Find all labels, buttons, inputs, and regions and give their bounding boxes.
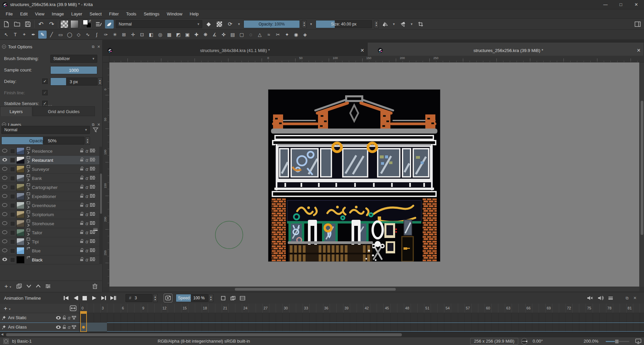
layer-visibility-icon[interactable] [2, 176, 7, 181]
brush-smoothing-dropdown[interactable]: Stabilizer ▼ [50, 55, 97, 63]
polygon-select-tool-icon[interactable]: △ [256, 31, 264, 39]
freehand-brush-tool-icon[interactable]: ✎ [38, 31, 47, 39]
frame-label[interactable]: 51 [425, 306, 429, 310]
layer-thumbnail[interactable] [16, 247, 24, 254]
layer-name[interactable]: Storehouse [32, 221, 54, 226]
layer-row-cartographer[interactable]: Cartographerα [0, 183, 99, 192]
frame-label[interactable]: 72 [567, 306, 571, 310]
eraser-mode-button[interactable] [204, 20, 213, 29]
layer-select-checkbox[interactable] [10, 158, 15, 163]
chevron-down-icon[interactable]: ▼ [236, 22, 241, 26]
zoom-slider[interactable] [606, 341, 629, 342]
layer-thumbnail[interactable] [16, 147, 24, 155]
frame-label[interactable]: 69 [547, 306, 551, 310]
visibility-icon[interactable] [56, 325, 61, 329]
sample-count-slider[interactable]: 1000 [50, 66, 97, 74]
layer-group-badge-icon[interactable] [26, 192, 31, 201]
menu-filter[interactable]: Filter [105, 10, 122, 18]
frame-label[interactable]: 57 [466, 306, 470, 310]
inherit-alpha-icon[interactable] [90, 176, 95, 181]
speed-spinner[interactable]: ▲▼ [209, 294, 213, 302]
close-docker-icon[interactable]: ✕ [633, 296, 637, 300]
opacity-slider[interactable]: Opacity: 100% [244, 20, 300, 28]
undo-button[interactable]: ↶ [37, 20, 45, 29]
frame-label[interactable]: 0 [82, 306, 84, 310]
inherit-alpha-icon[interactable] [90, 194, 95, 199]
layer-select-checkbox[interactable] [10, 185, 15, 190]
close-docker-icon[interactable]: ✕ [97, 122, 100, 127]
brush-preset-thumbnail-icon[interactable] [3, 339, 9, 344]
text-tool-icon[interactable]: T [11, 31, 19, 39]
layer-select-checkbox[interactable] [10, 194, 15, 199]
menu-view[interactable]: View [31, 10, 48, 18]
image-size-badge[interactable]: 256 x 256 (39.9 MiB) [470, 338, 518, 345]
layer-opacity-spinner[interactable]: ▲▼ [85, 137, 90, 145]
float-docker-icon[interactable]: ⧉ [626, 296, 629, 300]
vertical-mirror-button[interactable] [398, 20, 407, 29]
finish-line-checkbox[interactable]: ✓ [42, 90, 48, 95]
layer-name[interactable]: Bank [32, 176, 42, 181]
frame-label[interactable]: 45 [385, 306, 389, 310]
layer-visibility-icon[interactable] [2, 167, 7, 172]
zoom-value[interactable]: 200.0% [584, 339, 598, 344]
alpha-lock-icon[interactable]: α [86, 185, 88, 190]
choose-brush-preset-button[interactable] [94, 20, 103, 29]
layer-thumbnail[interactable] [16, 184, 24, 191]
frame-label[interactable]: 9 [142, 306, 144, 310]
menu-tools[interactable]: Tools [122, 10, 140, 18]
lock-icon[interactable] [80, 239, 84, 244]
layer-row-expeditioner[interactable]: Expeditionerα [0, 192, 99, 201]
chevron-down-icon[interactable]: ▼ [391, 22, 396, 26]
float-docker-icon[interactable]: ⧉ [92, 45, 95, 49]
wrap-around-mode-button[interactable] [416, 20, 425, 29]
layer-select-checkbox[interactable] [10, 176, 15, 181]
layer-group-badge-icon[interactable] [26, 183, 31, 192]
frame-label[interactable]: 54 [445, 306, 449, 310]
polygon-tool-icon[interactable]: ◇ [74, 31, 83, 39]
brush-preset-name[interactable]: b) Basic-1 [12, 339, 32, 344]
alpha-lock-icon[interactable]: α [86, 257, 88, 262]
redo-button[interactable]: ↷ [47, 20, 56, 29]
layer-name[interactable]: Cartographer [32, 185, 58, 190]
layer-name[interactable]: Surveyor [32, 167, 49, 172]
layer-select-checkbox[interactable] [10, 212, 15, 217]
menu-window[interactable]: Window [163, 10, 186, 18]
reload-preset-button[interactable]: ⟳ [226, 20, 234, 29]
frame-label[interactable]: 39 [344, 306, 348, 310]
bezier-curve-tool-icon[interactable]: ∫ [93, 31, 101, 39]
enclose-fill-tool-icon[interactable]: ▣ [183, 31, 192, 39]
ellipse-select-tool-icon[interactable]: ◌ [247, 31, 255, 39]
size-spinner[interactable]: ▲▼ [374, 20, 379, 28]
scroll-left-icon[interactable]: ◀ [1, 333, 3, 336]
new-document-button[interactable] [2, 20, 11, 29]
onion-skin-icon[interactable] [72, 325, 76, 329]
close-tab-icon[interactable]: ✕ [357, 48, 367, 53]
layers-scrollbar[interactable] [99, 147, 103, 264]
line-tool-icon[interactable]: ╱ [47, 31, 56, 39]
layer-visibility-icon[interactable] [2, 239, 7, 244]
edit-shapes-tool-icon[interactable]: ⌖ [20, 31, 29, 39]
edit-brush-settings-button[interactable] [105, 20, 114, 29]
layer-select-checkbox[interactable] [10, 257, 15, 262]
layer-select-checkbox[interactable] [10, 221, 15, 226]
layer-thumbnail[interactable] [16, 238, 24, 245]
layer-name[interactable]: Tailor [32, 230, 42, 235]
frame-label[interactable]: 3 [102, 306, 104, 310]
chevron-down-icon[interactable]: ▼ [409, 22, 414, 26]
layer-select-checkbox[interactable] [10, 149, 15, 154]
layer-select-checkbox[interactable] [10, 230, 15, 235]
lock-icon[interactable] [80, 194, 84, 199]
onion-skin-button[interactable] [219, 294, 228, 302]
layer-visibility-icon[interactable] [2, 221, 7, 226]
layer-thumbnail[interactable] [16, 211, 24, 218]
reference-images-tool-icon[interactable]: ▤ [228, 31, 237, 39]
layer-name[interactable]: Scriptorium [32, 212, 54, 217]
calligraphy-tool-icon[interactable]: ✒ [29, 31, 38, 39]
layer-thumbnail[interactable] [16, 229, 24, 236]
layer-group-badge-icon[interactable] [26, 219, 31, 228]
visibility-icon[interactable] [56, 316, 61, 320]
pattern-tool-icon[interactable]: ▦ [165, 31, 173, 39]
playback-options-button[interactable] [164, 294, 172, 302]
layer-thumbnail[interactable] [16, 256, 24, 263]
screen-resolution-icon[interactable] [635, 339, 641, 344]
